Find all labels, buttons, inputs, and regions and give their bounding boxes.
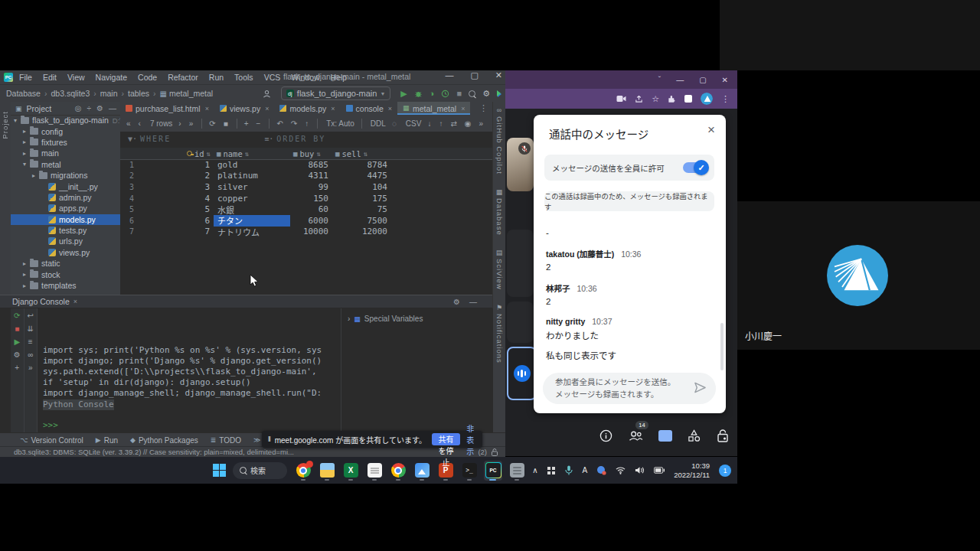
toolstrip-project[interactable]: Project [1,111,9,139]
table-toolbar-button[interactable]: »∨ [189,119,195,128]
table-toolbar-button[interactable]: ›∨ [178,119,182,128]
chat-button[interactable] [658,428,672,443]
table-toolbar-button[interactable]: −∨ [256,119,263,128]
tree-chevron-icon[interactable] [23,271,30,278]
tree-chevron-icon[interactable] [14,117,21,124]
console-action-icon[interactable]: ▶ [14,337,20,346]
toolwindow-button[interactable]: ∞ GitHub Copilot [495,106,504,174]
participant-video-thumbnail[interactable] [507,302,534,343]
tray-chevron-icon[interactable]: ∧ [532,466,537,474]
editor-tab[interactable]: metal_metal × [397,102,470,115]
close-icon[interactable]: × [461,105,465,112]
menu-item[interactable]: View [67,73,85,82]
where-filter[interactable]: ▼·WHERE [128,135,171,143]
taskbar-app-button[interactable] [413,461,431,481]
cell-id[interactable]: 5 [138,204,214,215]
toolwindow-button[interactable]: ⚑ Notifications [495,304,504,364]
chat-permission-toggle[interactable]: ✓ [683,162,707,173]
close-icon[interactable]: × [74,298,77,305]
chat-input[interactable]: 参加者全員にメッセージを送信。メッセージも録画されます。 [543,373,716,404]
table-toolbar-button[interactable]: ∨ [361,119,362,129]
cell-buy[interactable]: 10000 [290,227,332,238]
tree-item[interactable]: migrations [11,170,120,181]
cell-name[interactable]: チタン [214,215,290,227]
send-icon[interactable] [694,382,707,393]
lock-icon[interactable] [492,448,498,456]
run-button[interactable]: ▶ [400,90,407,98]
tray-clock[interactable]: 10:39 2022/12/11 [674,461,710,480]
tree-item[interactable]: main [11,148,120,158]
close-icon[interactable]: × [265,105,269,112]
cell-sell[interactable]: 175 [332,193,391,204]
browser-window-control[interactable]: ˇ [658,76,661,84]
editor-tab[interactable]: views.py × [214,102,275,115]
cell-id[interactable]: 1 [138,159,214,171]
tree-chevron-icon[interactable] [23,161,30,168]
tree-chevron-icon[interactable] [32,172,39,179]
tab-options-icon[interactable]: ⋮ [479,103,492,113]
toolwindow-bar-item[interactable]: ▶ Run [96,436,118,445]
tree-chevron-icon[interactable] [23,139,30,145]
close-icon[interactable]: × [707,122,715,138]
table-toolbar-button[interactable]: ◌∨ [392,119,398,128]
toolwindow-bar-item[interactable]: ≣ TODO [211,436,241,445]
tree-item[interactable]: metal [11,159,120,170]
stop-sharing-button[interactable]: 共有を停止 [432,433,460,445]
mic-in-use-icon[interactable] [565,465,573,475]
start-button[interactable] [213,464,226,477]
console-option-icon[interactable]: ≡ [28,337,33,346]
breadcrumb-item[interactable]: ▦ main [100,89,128,98]
cell-buy[interactable]: 4311 [290,171,332,182]
tree-item[interactable]: static [11,258,120,269]
window-control-button[interactable]: ▢ [470,70,478,80]
browser-window-control[interactable]: ▢ [699,76,706,84]
notification-count-badge[interactable]: 1 [719,465,731,477]
cell-buy[interactable]: 8685 [290,159,332,171]
table-toolbar-button[interactable]: ↑∨ [439,119,444,128]
table-toolbar-button[interactable]: ■∨ [224,119,230,128]
console-option-icon[interactable]: » [28,364,33,372]
breadcrumb-item[interactable]: ▦ tables [128,89,160,98]
toolwindow-bar-item[interactable]: ⌥ Version Control [20,436,83,445]
table-toolbar-button[interactable]: ↷∨ [291,119,299,128]
menu-item[interactable]: Navigate [96,73,127,82]
menu-item[interactable]: Tools [234,73,253,82]
taskbar-app-button[interactable]: >_ [460,461,479,481]
console-action-icon[interactable]: ■ [15,324,19,333]
sort-arrows-icon[interactable]: ⇅ [316,150,320,158]
table-toolbar-button[interactable]: ∨ [237,119,237,129]
row-number[interactable]: 4 [120,193,138,204]
colorful-play-icon[interactable] [497,90,501,96]
table-toolbar-button[interactable]: »∨ [479,119,485,128]
project-tool-button[interactable]: — [109,104,116,112]
share-icon[interactable] [635,95,643,103]
taskbar-app-button[interactable] [365,461,384,481]
console-tab[interactable]: Django Console × [12,297,77,306]
participant-video-thumbnail[interactable] [507,230,534,297]
profile-avatar[interactable] [701,93,713,105]
table-toolbar-button[interactable]: ∨ [317,119,318,129]
tree-item[interactable]: tests.py [11,225,120,236]
taskbar-app-button[interactable] [508,461,526,481]
tree-item[interactable]: fixtures [11,137,120,148]
table-toolbar-button[interactable]: ↶∨ [276,119,284,128]
cell-id[interactable]: 4 [138,193,214,204]
close-icon[interactable]: × [331,105,335,112]
cell-sell[interactable]: 12000 [332,227,391,238]
sort-arrows-icon[interactable]: ⇅ [245,150,249,158]
tree-chevron-icon[interactable] [23,260,30,267]
row-number[interactable]: 2 [120,171,138,182]
tree-item[interactable]: urls.py [11,236,120,246]
hide-button[interactable]: 非表示 [466,422,476,457]
cell-name[interactable]: gold [214,159,290,171]
table-toolbar-button[interactable]: ⇄∨ [450,119,458,128]
active-speaker-thumbnail[interactable] [507,347,537,400]
breadcrumb-item[interactable]: ▦ db3.sqlite3 [51,89,100,98]
console-tool-button[interactable]: ⚙ [453,298,460,306]
tree-chevron-icon[interactable] [23,150,30,157]
cell-sell[interactable]: 104 [332,181,391,193]
menu-item[interactable]: VCS [264,73,281,82]
breadcrumb-item[interactable]: ▦ Database [6,89,51,98]
chevron-right-icon[interactable]: › [348,315,350,323]
cell-id[interactable]: 2 [138,171,214,182]
